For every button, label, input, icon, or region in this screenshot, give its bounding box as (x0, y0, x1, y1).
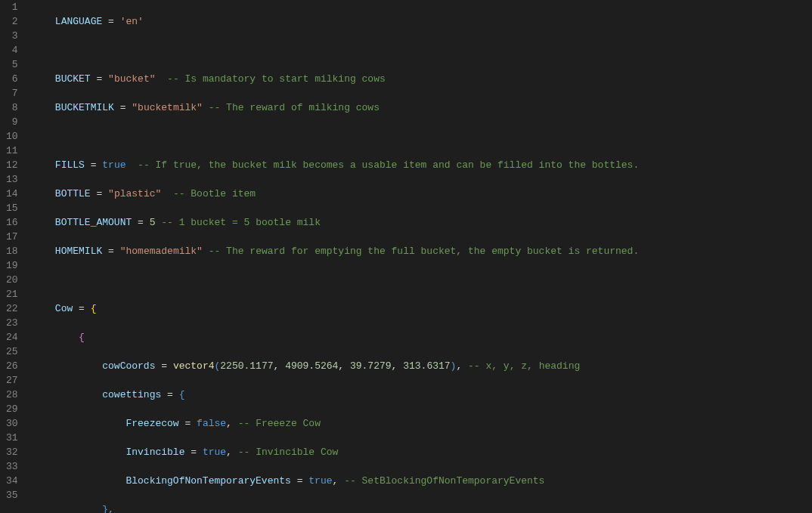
code-line[interactable]: Freezecow = false, -- Freeeze Cow (32, 416, 812, 431)
line-number: 35 (6, 488, 18, 502)
line-number: 24 (6, 330, 18, 345)
line-number: 17 (6, 230, 18, 244)
code-line[interactable]: }, (32, 502, 812, 513)
code-line[interactable] (32, 273, 812, 287)
line-number: 32 (6, 445, 18, 459)
line-number: 12 (6, 158, 18, 172)
code-line[interactable]: BlockingOfNonTemporaryEvents = true, -- … (32, 474, 812, 488)
code-line[interactable]: HOMEMILK = "homemademilk" -- The reward … (32, 244, 812, 258)
line-number: 10 (6, 129, 18, 144)
code-area[interactable]: LANGUAGE = 'en' BUCKET = "bucket" -- Is … (29, 0, 812, 513)
code-editor[interactable]: 1 2 3 4 5 6 7 8 9 10 11 12 13 14 15 16 1… (0, 0, 812, 513)
line-number: 25 (6, 345, 18, 359)
line-number: 15 (6, 201, 18, 215)
code-line[interactable]: FILLS = true -- If true, the bucket milk… (32, 158, 812, 172)
line-number: 23 (6, 316, 18, 330)
code-line[interactable]: cowettings = { (32, 388, 812, 402)
line-number: 26 (6, 359, 18, 373)
line-number: 28 (6, 388, 18, 402)
line-number: 5 (6, 57, 18, 72)
line-number: 21 (6, 287, 18, 301)
line-number: 19 (6, 258, 18, 273)
code-line[interactable]: LANGUAGE = 'en' (32, 14, 812, 29)
code-line[interactable]: { (32, 330, 812, 345)
line-number: 20 (6, 273, 18, 287)
code-line[interactable]: BUCKET = "bucket" -- Is mandatory to sta… (32, 72, 812, 86)
line-number: 31 (6, 431, 18, 445)
line-number: 33 (6, 459, 18, 474)
code-line[interactable]: BOTTLE = "plastic" -- Bootle item (32, 187, 812, 201)
code-line[interactable]: cowCoords = vector4(2250.1177, 4909.5264… (32, 359, 812, 373)
line-number: 1 (6, 0, 18, 14)
line-number: 18 (6, 244, 18, 258)
code-line[interactable]: BOTTLE_AMOUNT = 5 -- 1 bucket = 5 bootle… (32, 215, 812, 230)
line-number: 9 (6, 115, 18, 129)
line-number: 29 (6, 402, 18, 416)
code-line[interactable] (32, 43, 812, 57)
code-line[interactable]: Invincible = true, -- Invincible Cow (32, 445, 812, 459)
line-number: 13 (6, 172, 18, 187)
line-number: 8 (6, 100, 18, 115)
line-number: 16 (6, 215, 18, 230)
line-number: 11 (6, 144, 18, 158)
line-number: 34 (6, 474, 18, 488)
line-number: 7 (6, 86, 18, 100)
line-number: 4 (6, 43, 18, 57)
line-number: 14 (6, 187, 18, 201)
line-number: 22 (6, 301, 18, 316)
line-number: 30 (6, 416, 18, 431)
line-number: 6 (6, 72, 18, 86)
code-line[interactable]: BUCKETMILK = "bucketmilk" -- The reward … (32, 100, 812, 115)
line-number: 2 (6, 14, 18, 29)
line-number: 3 (6, 29, 18, 43)
code-line[interactable]: Cow = { (32, 301, 812, 316)
code-line[interactable] (32, 129, 812, 144)
line-number-gutter: 1 2 3 4 5 6 7 8 9 10 11 12 13 14 15 16 1… (0, 0, 29, 513)
line-number: 27 (6, 373, 18, 388)
